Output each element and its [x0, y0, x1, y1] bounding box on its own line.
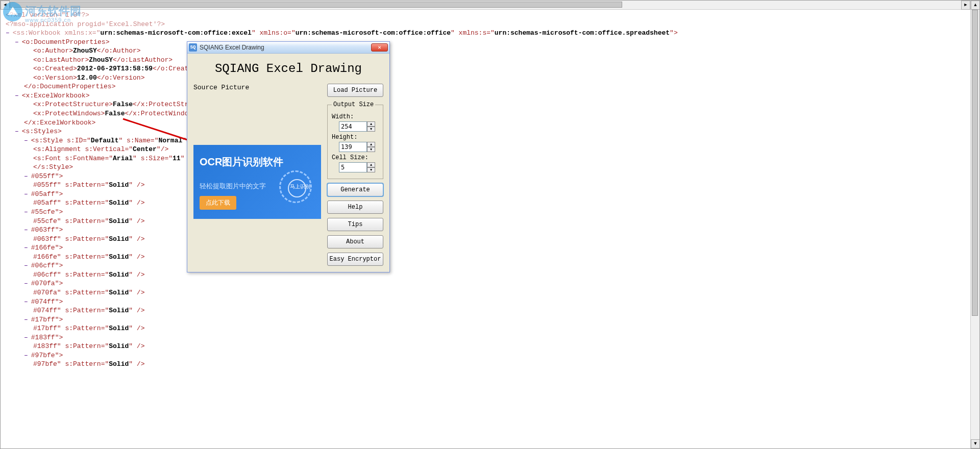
help-button[interactable]: Help [327, 201, 383, 214]
excel-workbook: <x:ExcelWorkbook> [22, 92, 90, 99]
titlebar[interactable]: SQ SQIANG Excel Drawing ✕ [187, 42, 389, 54]
spin-down-icon[interactable]: ▼ [367, 127, 375, 132]
preview-subtitle: 轻松提取图片中的文字 [200, 182, 266, 191]
vertical-scrollbar[interactable]: ▲ ▼ [970, 1, 979, 448]
cell-size-label: Cell Size: [332, 154, 379, 161]
about-button[interactable]: About [327, 235, 383, 248]
spin-up-icon[interactable]: ▲ [367, 121, 375, 127]
scroll-track[interactable] [971, 10, 979, 439]
preview-title: OCR图片识别软件 [200, 155, 283, 169]
scroll-track[interactable] [10, 1, 961, 9]
spin-down-icon[interactable]: ▼ [367, 167, 375, 172]
app-icon: SQ [189, 43, 197, 52]
output-size-legend: Output Size [332, 101, 375, 108]
easy-encryptor-button[interactable]: Easy Encryptor [327, 253, 383, 266]
cell-size-input[interactable] [339, 162, 367, 172]
height-input[interactable] [339, 142, 367, 152]
scroll-thumb[interactable] [972, 10, 978, 316]
watermark-url: www.pc0359.cn [25, 17, 71, 23]
spin-up-icon[interactable]: ▲ [367, 142, 375, 147]
generate-button[interactable]: Generate [327, 183, 383, 196]
styles: <s:Styles> [22, 128, 62, 135]
preview-download-button: 点此下载 [200, 196, 236, 210]
ring-icon: 马上识别 [279, 170, 312, 203]
window-title: SQIANG Excel Drawing [200, 44, 371, 51]
tips-button[interactable]: Tips [327, 218, 383, 231]
source-picture-label: Source Picture [193, 84, 321, 91]
output-size-group: Output Size Width: ▲▼ Height: ▲▼ Cell Si… [327, 101, 383, 179]
load-picture-button[interactable]: Load Picture [327, 84, 383, 97]
width-label: Width: [332, 113, 379, 120]
close-icon[interactable]: ✕ [371, 43, 388, 52]
app-window: SQ SQIANG Excel Drawing ✕ SQIANG Excel D… [187, 41, 390, 272]
width-input[interactable] [339, 121, 367, 132]
app-heading: SQIANG Excel Drawing [197, 62, 380, 76]
scroll-right-icon[interactable]: ► [961, 1, 970, 10]
horizontal-scrollbar[interactable]: ◄ ► [1, 1, 970, 10]
spin-down-icon[interactable]: ▼ [367, 147, 375, 152]
doc-properties: <o:DocumentProperties> [22, 38, 110, 46]
scroll-thumb[interactable] [10, 2, 622, 8]
xml-source-view: <?xml version="1.0"?> <?mso-application … [6, 11, 969, 443]
preview-image: OCR图片识别软件 轻松提取图片中的文字 点此下载 马上识别 [193, 145, 321, 219]
scroll-down-icon[interactable]: ▼ [971, 439, 980, 448]
spin-up-icon[interactable]: ▲ [367, 162, 375, 167]
watermark-logo: 河东软件园 www.pc0359.cn [1, 1, 92, 26]
scroll-up-icon[interactable]: ▲ [971, 1, 980, 10]
height-label: Height: [332, 134, 379, 141]
